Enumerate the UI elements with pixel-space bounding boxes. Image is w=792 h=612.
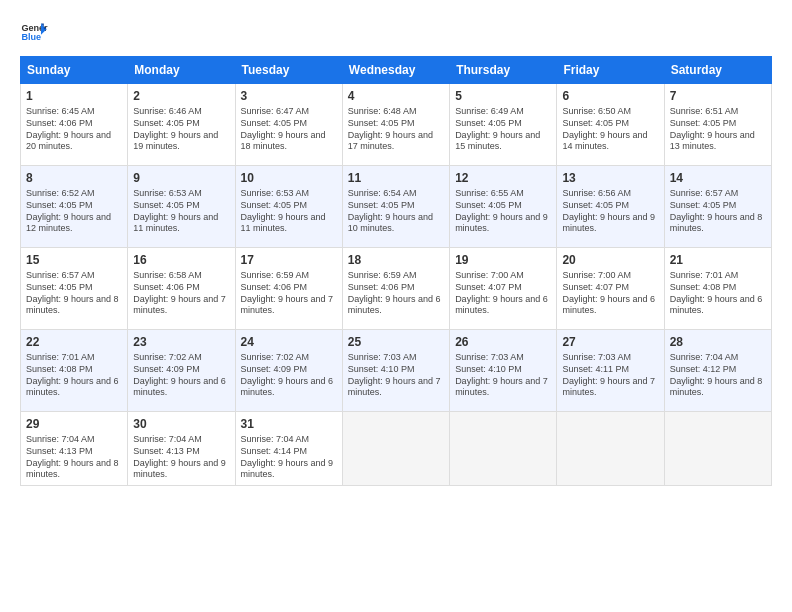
- day-number: 17: [241, 252, 337, 268]
- calendar-cell: 18Sunrise: 6:59 AMSunset: 4:06 PMDayligh…: [342, 248, 449, 330]
- day-detail: Sunrise: 6:48 AMSunset: 4:05 PMDaylight:…: [348, 106, 444, 153]
- calendar-cell: 13Sunrise: 6:56 AMSunset: 4:05 PMDayligh…: [557, 166, 664, 248]
- calendar-cell: [664, 412, 771, 486]
- calendar-cell: 28Sunrise: 7:04 AMSunset: 4:12 PMDayligh…: [664, 330, 771, 412]
- day-detail: Sunrise: 6:47 AMSunset: 4:05 PMDaylight:…: [241, 106, 337, 153]
- day-number: 16: [133, 252, 229, 268]
- day-number: 28: [670, 334, 766, 350]
- day-detail: Sunrise: 7:04 AMSunset: 4:13 PMDaylight:…: [26, 434, 122, 481]
- calendar-cell: 1Sunrise: 6:45 AMSunset: 4:06 PMDaylight…: [21, 84, 128, 166]
- calendar-table: SundayMondayTuesdayWednesdayThursdayFrid…: [20, 56, 772, 486]
- day-detail: Sunrise: 6:45 AMSunset: 4:06 PMDaylight:…: [26, 106, 122, 153]
- calendar-cell: 20Sunrise: 7:00 AMSunset: 4:07 PMDayligh…: [557, 248, 664, 330]
- day-detail: Sunrise: 7:03 AMSunset: 4:10 PMDaylight:…: [455, 352, 551, 399]
- day-number: 7: [670, 88, 766, 104]
- day-detail: Sunrise: 6:57 AMSunset: 4:05 PMDaylight:…: [670, 188, 766, 235]
- day-detail: Sunrise: 6:50 AMSunset: 4:05 PMDaylight:…: [562, 106, 658, 153]
- weekday-header-row: SundayMondayTuesdayWednesdayThursdayFrid…: [21, 57, 772, 84]
- day-detail: Sunrise: 6:59 AMSunset: 4:06 PMDaylight:…: [348, 270, 444, 317]
- day-detail: Sunrise: 7:01 AMSunset: 4:08 PMDaylight:…: [26, 352, 122, 399]
- calendar-cell: 7Sunrise: 6:51 AMSunset: 4:05 PMDaylight…: [664, 84, 771, 166]
- day-number: 15: [26, 252, 122, 268]
- day-number: 10: [241, 170, 337, 186]
- calendar-cell: 15Sunrise: 6:57 AMSunset: 4:05 PMDayligh…: [21, 248, 128, 330]
- day-number: 23: [133, 334, 229, 350]
- day-detail: Sunrise: 6:49 AMSunset: 4:05 PMDaylight:…: [455, 106, 551, 153]
- calendar-cell: 27Sunrise: 7:03 AMSunset: 4:11 PMDayligh…: [557, 330, 664, 412]
- day-number: 24: [241, 334, 337, 350]
- logo-icon: General Blue: [20, 18, 48, 46]
- day-detail: Sunrise: 7:04 AMSunset: 4:14 PMDaylight:…: [241, 434, 337, 481]
- day-number: 9: [133, 170, 229, 186]
- calendar-cell: 6Sunrise: 6:50 AMSunset: 4:05 PMDaylight…: [557, 84, 664, 166]
- day-number: 8: [26, 170, 122, 186]
- calendar-cell: [342, 412, 449, 486]
- day-number: 20: [562, 252, 658, 268]
- day-detail: Sunrise: 6:53 AMSunset: 4:05 PMDaylight:…: [241, 188, 337, 235]
- calendar-cell: 11Sunrise: 6:54 AMSunset: 4:05 PMDayligh…: [342, 166, 449, 248]
- calendar-cell: 5Sunrise: 6:49 AMSunset: 4:05 PMDaylight…: [450, 84, 557, 166]
- day-detail: Sunrise: 6:51 AMSunset: 4:05 PMDaylight:…: [670, 106, 766, 153]
- calendar-cell: 16Sunrise: 6:58 AMSunset: 4:06 PMDayligh…: [128, 248, 235, 330]
- day-number: 4: [348, 88, 444, 104]
- day-detail: Sunrise: 6:57 AMSunset: 4:05 PMDaylight:…: [26, 270, 122, 317]
- day-number: 14: [670, 170, 766, 186]
- day-number: 26: [455, 334, 551, 350]
- day-number: 29: [26, 416, 122, 432]
- calendar-cell: 2Sunrise: 6:46 AMSunset: 4:05 PMDaylight…: [128, 84, 235, 166]
- day-detail: Sunrise: 7:04 AMSunset: 4:13 PMDaylight:…: [133, 434, 229, 481]
- day-number: 21: [670, 252, 766, 268]
- day-detail: Sunrise: 6:58 AMSunset: 4:06 PMDaylight:…: [133, 270, 229, 317]
- week-row-1: 1Sunrise: 6:45 AMSunset: 4:06 PMDaylight…: [21, 84, 772, 166]
- calendar-cell: 17Sunrise: 6:59 AMSunset: 4:06 PMDayligh…: [235, 248, 342, 330]
- day-detail: Sunrise: 7:00 AMSunset: 4:07 PMDaylight:…: [562, 270, 658, 317]
- calendar-cell: 30Sunrise: 7:04 AMSunset: 4:13 PMDayligh…: [128, 412, 235, 486]
- weekday-header-thursday: Thursday: [450, 57, 557, 84]
- weekday-header-saturday: Saturday: [664, 57, 771, 84]
- header: General Blue: [20, 18, 772, 46]
- calendar-cell: 31Sunrise: 7:04 AMSunset: 4:14 PMDayligh…: [235, 412, 342, 486]
- day-number: 6: [562, 88, 658, 104]
- day-detail: Sunrise: 6:54 AMSunset: 4:05 PMDaylight:…: [348, 188, 444, 235]
- logo: General Blue: [20, 18, 48, 46]
- day-number: 2: [133, 88, 229, 104]
- day-number: 11: [348, 170, 444, 186]
- calendar-cell: 23Sunrise: 7:02 AMSunset: 4:09 PMDayligh…: [128, 330, 235, 412]
- calendar-cell: 10Sunrise: 6:53 AMSunset: 4:05 PMDayligh…: [235, 166, 342, 248]
- day-number: 19: [455, 252, 551, 268]
- day-number: 5: [455, 88, 551, 104]
- day-number: 25: [348, 334, 444, 350]
- day-number: 22: [26, 334, 122, 350]
- weekday-header-wednesday: Wednesday: [342, 57, 449, 84]
- day-detail: Sunrise: 6:59 AMSunset: 4:06 PMDaylight:…: [241, 270, 337, 317]
- day-detail: Sunrise: 7:03 AMSunset: 4:11 PMDaylight:…: [562, 352, 658, 399]
- day-detail: Sunrise: 6:52 AMSunset: 4:05 PMDaylight:…: [26, 188, 122, 235]
- day-detail: Sunrise: 6:55 AMSunset: 4:05 PMDaylight:…: [455, 188, 551, 235]
- weekday-header-friday: Friday: [557, 57, 664, 84]
- calendar-cell: 24Sunrise: 7:02 AMSunset: 4:09 PMDayligh…: [235, 330, 342, 412]
- day-detail: Sunrise: 6:46 AMSunset: 4:05 PMDaylight:…: [133, 106, 229, 153]
- day-detail: Sunrise: 6:53 AMSunset: 4:05 PMDaylight:…: [133, 188, 229, 235]
- day-number: 31: [241, 416, 337, 432]
- day-number: 1: [26, 88, 122, 104]
- svg-text:Blue: Blue: [21, 32, 41, 42]
- day-detail: Sunrise: 7:02 AMSunset: 4:09 PMDaylight:…: [241, 352, 337, 399]
- calendar-cell: [450, 412, 557, 486]
- day-detail: Sunrise: 6:56 AMSunset: 4:05 PMDaylight:…: [562, 188, 658, 235]
- calendar-cell: 14Sunrise: 6:57 AMSunset: 4:05 PMDayligh…: [664, 166, 771, 248]
- week-row-4: 22Sunrise: 7:01 AMSunset: 4:08 PMDayligh…: [21, 330, 772, 412]
- calendar-cell: 12Sunrise: 6:55 AMSunset: 4:05 PMDayligh…: [450, 166, 557, 248]
- day-number: 30: [133, 416, 229, 432]
- day-detail: Sunrise: 7:03 AMSunset: 4:10 PMDaylight:…: [348, 352, 444, 399]
- calendar-cell: 9Sunrise: 6:53 AMSunset: 4:05 PMDaylight…: [128, 166, 235, 248]
- calendar-cell: 22Sunrise: 7:01 AMSunset: 4:08 PMDayligh…: [21, 330, 128, 412]
- day-detail: Sunrise: 7:04 AMSunset: 4:12 PMDaylight:…: [670, 352, 766, 399]
- day-number: 12: [455, 170, 551, 186]
- day-detail: Sunrise: 7:01 AMSunset: 4:08 PMDaylight:…: [670, 270, 766, 317]
- week-row-3: 15Sunrise: 6:57 AMSunset: 4:05 PMDayligh…: [21, 248, 772, 330]
- calendar-cell: 3Sunrise: 6:47 AMSunset: 4:05 PMDaylight…: [235, 84, 342, 166]
- page: General Blue SundayMondayTuesdayWednesda…: [0, 0, 792, 612]
- calendar-cell: [557, 412, 664, 486]
- calendar-cell: 19Sunrise: 7:00 AMSunset: 4:07 PMDayligh…: [450, 248, 557, 330]
- day-detail: Sunrise: 7:00 AMSunset: 4:07 PMDaylight:…: [455, 270, 551, 317]
